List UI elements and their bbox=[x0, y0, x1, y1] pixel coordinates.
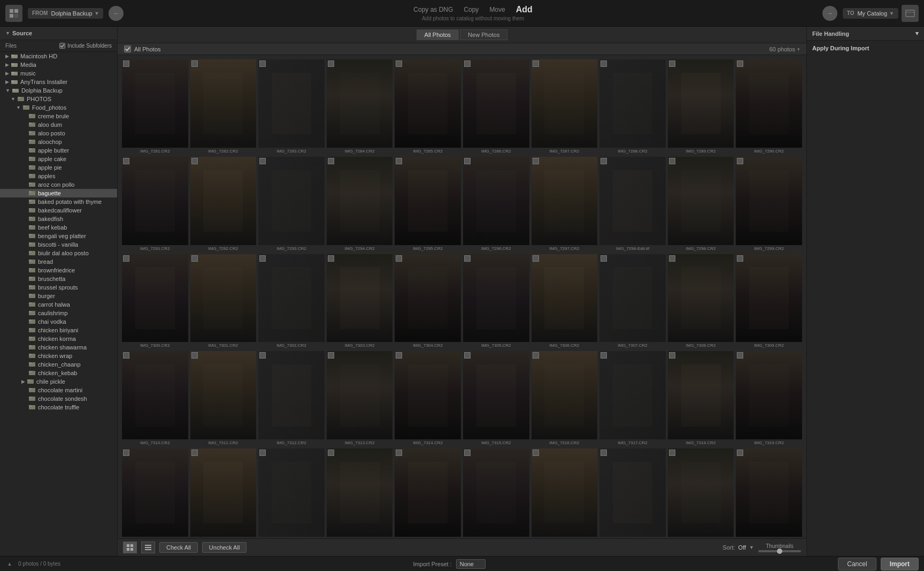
source-tree-item-macintosh-hd[interactable]: ▶Macintosh HD bbox=[0, 52, 117, 60]
tree-arrow-photos[interactable]: ▼ bbox=[11, 96, 16, 102]
source-tree-item-chicken-kebab[interactable]: chicken_kebab bbox=[0, 369, 117, 377]
photo-checkbox[interactable] bbox=[123, 255, 129, 262]
new-photos-filter[interactable]: New Photos bbox=[460, 29, 507, 40]
photo-checkbox[interactable] bbox=[123, 60, 129, 67]
photo-checkbox[interactable] bbox=[328, 255, 334, 262]
photo-checkbox[interactable] bbox=[328, 158, 334, 164]
source-tree-item-chai-vodka[interactable]: chai vodka bbox=[0, 317, 117, 326]
tree-arrow-chile-pickle[interactable]: ▶ bbox=[21, 379, 25, 384]
photo-checkbox[interactable] bbox=[669, 158, 675, 164]
source-tree-item-chocolate-martini[interactable]: chocolate martini bbox=[0, 386, 117, 394]
source-tree-item-dolphia-backup[interactable]: ▼Dolphia Backup bbox=[0, 86, 117, 95]
photo-checkbox[interactable] bbox=[328, 60, 334, 67]
photo-checkbox[interactable] bbox=[259, 158, 266, 164]
photo-item[interactable]: IMG_7296.CR2 bbox=[463, 157, 529, 252]
source-tree-item-bruschetta[interactable]: bruschetta bbox=[0, 275, 117, 283]
photo-checkbox[interactable] bbox=[328, 450, 334, 456]
photo-item[interactable]: IMG_7326.CR2 bbox=[532, 448, 598, 538]
photo-item[interactable]: IMG_7281.CR2 bbox=[122, 59, 188, 155]
source-tree-item-bread[interactable]: bread bbox=[0, 257, 117, 266]
photo-item[interactable]: IMG_7291.CR2 bbox=[122, 157, 188, 252]
cancel-button[interactable]: Cancel bbox=[838, 558, 876, 570]
photo-checkbox[interactable] bbox=[123, 158, 129, 164]
source-tree-item-burger[interactable]: burger bbox=[0, 292, 117, 300]
source-panel-header[interactable]: ▼ Source bbox=[0, 27, 117, 40]
photo-item[interactable]: IMG_7304.CR2 bbox=[395, 254, 461, 349]
photo-item[interactable]: IMG_7302.CR2 bbox=[258, 254, 325, 349]
source-tree-item-biulir-dal-aloo-posto[interactable]: biulir dal aloo posto bbox=[0, 249, 117, 257]
photo-item[interactable]: IMG_7312.CR2 bbox=[258, 351, 325, 446]
to-dropdown-icon[interactable]: ▼ bbox=[889, 11, 894, 16]
thumbnails-slider-handle[interactable] bbox=[777, 549, 782, 554]
source-tree-item-carrot-halwa[interactable]: carrot halwa bbox=[0, 300, 117, 309]
sort-dropdown-icon[interactable]: ▼ bbox=[749, 545, 754, 550]
uncheck-all-button[interactable]: Uncheck All bbox=[202, 542, 247, 553]
photo-item[interactable]: IMG_7300.CR2 bbox=[122, 254, 188, 349]
photo-checkbox[interactable] bbox=[191, 158, 198, 164]
source-tree-item-apple-butter[interactable]: apple butter bbox=[0, 146, 117, 155]
source-tree-item-chicken-wrap[interactable]: chicken wrap bbox=[0, 352, 117, 360]
photo-checkbox[interactable] bbox=[191, 60, 198, 67]
include-subfolders-option[interactable]: Include Subfolders bbox=[59, 43, 112, 49]
source-tree-item-bengali-veg-platter[interactable]: bengali veg platter bbox=[0, 232, 117, 240]
photo-item[interactable]: IMG_7315.CR2 bbox=[463, 351, 529, 446]
add-option[interactable]: Add bbox=[516, 5, 533, 14]
photo-item[interactable]: IMG_7329.CR2 bbox=[736, 448, 802, 538]
source-tree-item-anytrans[interactable]: ▶AnyTrans Installer bbox=[0, 78, 117, 86]
copy-option[interactable]: Copy bbox=[464, 6, 479, 13]
source-tree-item-chicken-shawarma[interactable]: chicken shawarma bbox=[0, 343, 117, 352]
photo-checkbox[interactable] bbox=[123, 450, 129, 456]
photo-item[interactable]: IMG_7284.CR2 bbox=[327, 59, 393, 155]
tree-arrow-anytrans[interactable]: ▶ bbox=[5, 79, 9, 85]
all-photos-check[interactable]: All Photos bbox=[124, 45, 161, 52]
photo-item[interactable]: IMG_7320.CR2 bbox=[122, 448, 188, 538]
list-view-button[interactable] bbox=[141, 542, 155, 553]
photo-checkbox[interactable] bbox=[396, 60, 402, 67]
source-tree-item-chile-pickle[interactable]: ▶chile pickle bbox=[0, 377, 117, 386]
source-tree-item-baked-potato-thyme[interactable]: baked potato with thyme bbox=[0, 197, 117, 206]
from-dropdown-icon[interactable]: ▼ bbox=[95, 11, 99, 16]
photo-checkbox[interactable] bbox=[191, 352, 198, 359]
grid-view-button[interactable] bbox=[123, 542, 137, 553]
photo-item[interactable]: IMG_7322.CR2 bbox=[258, 448, 325, 538]
photo-checkbox[interactable] bbox=[600, 158, 607, 164]
source-tree-item-brussel-sprouts[interactable]: brussel sprouts bbox=[0, 283, 117, 292]
photo-item[interactable]: IMG_7298.CR2 bbox=[668, 157, 734, 252]
source-tree-item-apple-cake[interactable]: apple cake bbox=[0, 155, 117, 163]
photo-item[interactable]: IMG_7297.CR2 bbox=[532, 157, 598, 252]
check-all-button[interactable]: Check All bbox=[159, 542, 198, 553]
photo-checkbox[interactable] bbox=[328, 352, 334, 359]
nav-back-button[interactable]: ← bbox=[109, 6, 124, 21]
photo-checkbox[interactable] bbox=[737, 60, 743, 67]
all-photos-toggle-icon[interactable]: ▾ bbox=[797, 47, 800, 52]
tree-arrow-media[interactable]: ▶ bbox=[5, 62, 9, 67]
photo-checkbox[interactable] bbox=[669, 60, 675, 67]
source-tree-item-aloo-dum[interactable]: aloo dum bbox=[0, 120, 117, 129]
photo-checkbox[interactable] bbox=[464, 60, 471, 67]
photo-item[interactable]: IMG_7323.CR2 bbox=[327, 448, 393, 538]
source-tree-item-baguette[interactable]: baguette bbox=[0, 189, 117, 197]
photo-item[interactable]: IMG_7313.CR2 bbox=[327, 351, 393, 446]
source-tree-item-aroz-con-pollo[interactable]: aroz con pollo bbox=[0, 180, 117, 189]
photo-item[interactable]: IMG_7287.CR2 bbox=[532, 59, 598, 155]
photo-item[interactable]: IMG_7283.CR2 bbox=[258, 59, 325, 155]
source-tree-item-bakedfish[interactable]: bakedfish bbox=[0, 215, 117, 223]
photo-item[interactable]: IMG_7290.CR2 bbox=[736, 59, 802, 155]
photo-checkbox[interactable] bbox=[600, 352, 607, 359]
photo-checkbox[interactable] bbox=[737, 352, 743, 359]
thumbnails-slider[interactable] bbox=[758, 550, 801, 552]
photo-checkbox[interactable] bbox=[600, 450, 607, 456]
photo-item[interactable]: IMG_7327.CR2 bbox=[599, 448, 666, 538]
photo-item[interactable]: IMG_7325.CR2 bbox=[463, 448, 529, 538]
source-tree-item-chicken-biriyani[interactable]: chicken biriyani bbox=[0, 326, 117, 334]
file-handling-toggle-icon[interactable]: ▾ bbox=[915, 30, 919, 37]
photo-checkbox[interactable] bbox=[396, 255, 402, 262]
bottom-expand-button[interactable]: ▲ bbox=[5, 560, 14, 568]
tree-arrow-dolphia-backup[interactable]: ▼ bbox=[5, 88, 10, 93]
from-section[interactable]: FROM Dolphia Backup ▼ bbox=[28, 8, 103, 19]
tree-arrow-macintosh-hd[interactable]: ▶ bbox=[5, 54, 9, 59]
source-tree-item-apple-pie[interactable]: apple pie bbox=[0, 163, 117, 172]
photo-checkbox[interactable] bbox=[191, 255, 198, 262]
photo-checkbox[interactable] bbox=[396, 450, 402, 456]
photo-checkbox[interactable] bbox=[669, 352, 675, 359]
